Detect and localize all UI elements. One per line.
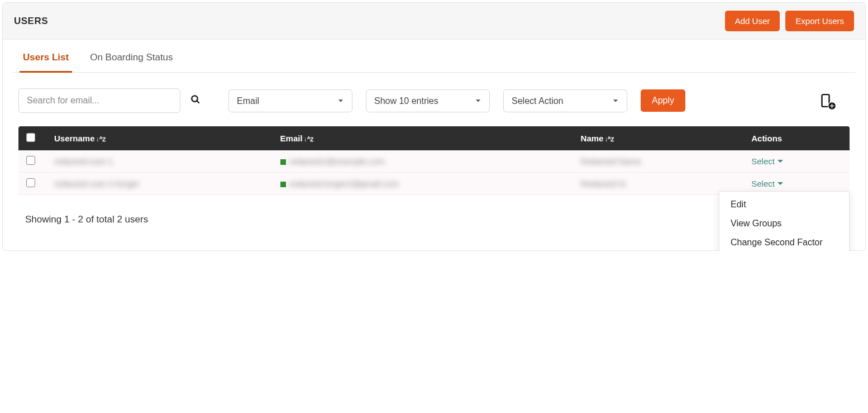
row-action-select[interactable]: Select [751,179,783,188]
search-icon[interactable] [190,94,201,107]
chevron-down-icon [778,160,783,163]
users-table: Username↓ᴬᴢ Email↓ᴬᴢ Name↓ᴬᴢ Actions [18,126,850,195]
row-checkbox[interactable] [26,178,35,187]
sort-icon: ↓ᴬᴢ [304,135,313,143]
tabs: Users List On Boarding Status [13,40,855,73]
col-actions: Actions [743,126,850,150]
status-dot-icon [280,159,286,165]
status-dot-icon [280,182,286,187]
filter-field-select[interactable]: Email [228,89,352,112]
sort-icon: ↓ᴬᴢ [604,135,614,143]
cell-username: redacted-user-1 [54,156,113,166]
col-email[interactable]: Email↓ᴬᴢ [273,126,573,150]
row-checkbox[interactable] [26,156,35,165]
svg-line-1 [197,101,199,103]
tab-onboarding-status[interactable]: On Boarding Status [90,40,173,72]
showing-text: Showing 1 - 2 of total 2 users [25,214,148,225]
menu-edit[interactable]: Edit [719,195,849,214]
col-username[interactable]: Username↓ᴬᴢ [46,126,273,150]
chevron-down-icon [778,182,783,185]
row-action-select[interactable]: Select [751,156,783,166]
cell-email: redacted1@example.com [289,156,385,166]
card-header: USERS Add User Export Users [3,3,865,40]
row-action-dropdown: Edit View Groups Change Second Factor Re… [719,191,850,251]
export-users-button[interactable]: Export Users [785,11,854,31]
select-all-checkbox[interactable] [26,133,35,142]
bulk-action-select[interactable]: Select Action [503,89,627,112]
filters-bar: Email Show 10 entries Select Action Appl… [13,88,855,126]
apply-button[interactable]: Apply [641,89,685,112]
cell-name: Redacted N. [581,179,627,188]
cell-email: redacted.longer2@gmail.com [289,179,399,188]
search-input[interactable] [18,88,180,113]
menu-view-groups[interactable]: View Groups [719,214,849,233]
tab-users-list[interactable]: Users List [23,40,69,72]
col-name[interactable]: Name↓ᴬᴢ [573,126,744,150]
add-user-button[interactable]: Add User [725,11,780,31]
table-row: redacted-user-1 redacted1@example.com Re… [18,150,850,173]
add-device-icon[interactable] [818,93,833,108]
entries-select[interactable]: Show 10 entries [366,89,490,112]
cell-username: redacted-user-2-longer [54,179,140,188]
header-buttons: Add User Export Users [725,11,854,31]
users-card: USERS Add User Export Users Users List O… [2,2,866,251]
page-title: USERS [14,16,48,27]
menu-change-second-factor[interactable]: Change Second Factor [719,233,849,251]
cell-name: Redacted Name [581,156,641,166]
sort-icon: ↓ᴬᴢ [96,135,106,143]
